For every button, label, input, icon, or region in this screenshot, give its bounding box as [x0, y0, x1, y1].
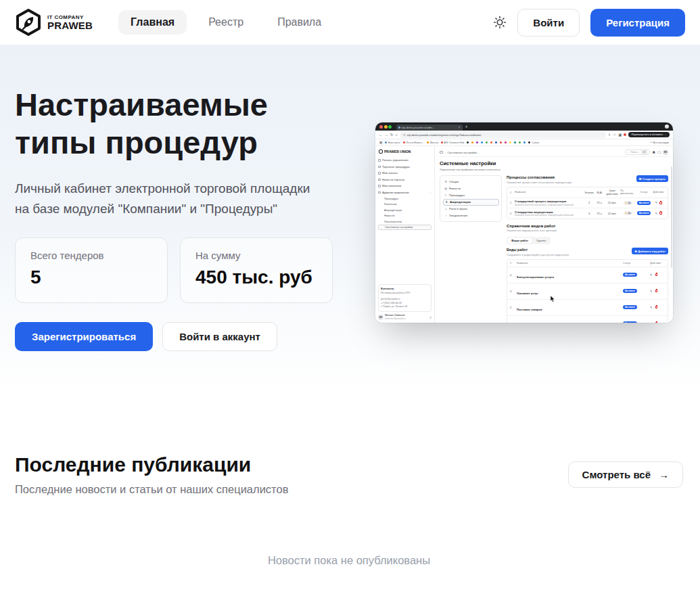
bookmark-item[interactable]: AIS Onewest Hub — [441, 141, 465, 144]
table-row[interactable]: 1 Стандартный процесс аккредитации Базов… — [507, 198, 668, 209]
settings-nav-accreditation[interactable]: ⇅Аккредитация — [443, 199, 499, 206]
add-work-type-button[interactable]: ⊕ Добавить вид работ — [632, 248, 668, 254]
login-button[interactable]: Войти — [517, 9, 580, 37]
admin-subnav-procedures[interactable]: Процедуры — [378, 196, 431, 202]
tab-work-types[interactable]: Виды работ — [507, 237, 532, 244]
delete-icon[interactable] — [659, 212, 662, 214]
extensions-icon[interactable]: ▣ — [618, 133, 622, 137]
favicon-only-bookmark[interactable] — [471, 141, 473, 143]
forward-icon[interactable]: → — [385, 133, 389, 137]
works-title: Справочник видов работ — [507, 224, 668, 228]
stat-card-sum: На сумму 450 тыс. руб — [180, 237, 333, 303]
delete-icon[interactable] — [655, 273, 658, 276]
all-bookmarks[interactable]: » Все закладки — [650, 141, 669, 144]
table-row[interactable]: 4 Консультационные услуги Активен ✎ — [507, 267, 668, 283]
admin-subnav-accreditations[interactable]: Аккредитации — [378, 207, 431, 213]
edit-icon[interactable]: ✎ — [655, 212, 657, 215]
create-process-button[interactable]: ⊞ Создать процесс — [636, 175, 668, 182]
settings-nav-roles[interactable]: ◇Роли и права — [443, 206, 499, 212]
hero-login-button[interactable]: Войти в аккаунт — [162, 322, 277, 351]
bookmark-star-icon[interactable]: ☆ — [613, 133, 616, 137]
home-icon[interactable]: ⌂ — [396, 133, 398, 137]
apps-grid-icon[interactable]: ▦ — [379, 141, 382, 144]
favicon-only-bookmark[interactable] — [505, 141, 507, 143]
settings-nav-notifications[interactable]: ♪Уведомления — [443, 212, 499, 219]
settings-nav-news[interactable]: ▤Новости — [443, 185, 499, 192]
delete-icon[interactable] — [655, 306, 658, 309]
favicon-only-bookmark[interactable] — [495, 141, 497, 143]
admin-nav-dashboard[interactable]: Панель управления — [378, 157, 431, 164]
browser-update-pill[interactable]: Перезапустить и обновить ⋮ — [628, 132, 670, 137]
bell-icon[interactable]: 🔔︎ — [652, 150, 655, 154]
table-row[interactable]: 2 Стандартная аккредитация Базовый трехэ… — [507, 208, 668, 219]
browser-tab[interactable]: etp-demo.praweb.ru/admi... × — [396, 124, 463, 131]
settings-nav-general[interactable]: ⚙Общие — [443, 179, 499, 185]
table-row[interactable]: 2 Поставка товаров Активен ✎ — [507, 300, 668, 316]
favicon-only-bookmark[interactable] — [523, 141, 526, 143]
favicon-only-bookmark[interactable] — [519, 141, 521, 143]
settings-nav-procedures[interactable]: ✎Процедуры — [443, 192, 499, 199]
theme-toggle-button[interactable] — [493, 16, 507, 29]
admin-user-menu[interactable]: МХ Михаил Химичев, himichev@praweb.ru ⇵ — [378, 314, 431, 321]
new-tab-button[interactable]: + — [465, 124, 468, 129]
works-table: # Название Статус Действия 4 Консультаци… — [507, 259, 668, 323]
admin-nav-administration[interactable]: Администрирование⌄ — [378, 189, 431, 196]
browser-profile-avatar[interactable]: – — [665, 124, 669, 129]
admin-nav-orders[interactable]: Мои заказы — [378, 170, 431, 177]
tab-groups[interactable]: Группы — [532, 237, 550, 244]
logo-line2: PRAWEB — [47, 20, 93, 30]
traffic-light-close[interactable] — [379, 125, 383, 129]
favicon-only-bookmark[interactable] — [486, 141, 488, 143]
traffic-light-minimize[interactable] — [384, 125, 388, 129]
hero-register-button[interactable]: Зарегистрироваться — [15, 322, 153, 351]
back-icon[interactable]: ← — [379, 133, 383, 137]
admin-nav-procedures[interactable]: Торговые процедуры — [378, 164, 431, 170]
address-bar[interactable]: ⓘ etp-demo.praweb.ru/admin/system-settin… — [400, 132, 606, 138]
update-alert-icon[interactable] — [624, 133, 626, 136]
tab-close-icon[interactable]: × — [459, 126, 461, 129]
product-screenshot-browser-window: etp-demo.praweb.ru/admi... × + – ← → ↻ ⌂… — [375, 122, 673, 323]
admin-scrollbar[interactable] — [671, 166, 672, 268]
table-row[interactable]: 1 Строительные работы Активен ✎ — [507, 316, 668, 323]
admin-subnav-system-settings[interactable]: Системные настройки — [378, 225, 431, 231]
bookmark-item[interactable]: Canon — [528, 141, 539, 144]
delete-icon[interactable] — [655, 322, 658, 323]
bookmark-item[interactable]: Вконтакте — [385, 141, 400, 144]
edit-icon[interactable]: ✎ — [650, 306, 653, 309]
edit-icon[interactable]: ✎ — [655, 201, 657, 204]
admin-subnav-news[interactable]: Новости — [378, 213, 431, 219]
edit-icon[interactable]: ✎ — [650, 290, 653, 293]
nav-item-rules[interactable]: Правила — [265, 10, 333, 35]
bookmark-item[interactable]: Мысли — [427, 141, 438, 144]
favicon-only-bookmark[interactable] — [500, 141, 502, 143]
delete-icon[interactable] — [655, 290, 658, 292]
traffic-light-zoom[interactable] — [388, 125, 392, 129]
favicon-only-bookmark[interactable] — [514, 141, 516, 143]
admin-subnav-companies[interactable]: Компании — [378, 202, 431, 208]
bookmark-item[interactable]: Лента-Новост... — [403, 141, 425, 144]
edit-icon[interactable]: ✎ — [650, 273, 653, 277]
favicon-only-bookmark[interactable] — [476, 141, 478, 143]
display-theme-icon[interactable]: 🖵 — [657, 150, 661, 155]
topbar-avatar[interactable]: МХ — [663, 150, 668, 155]
nav-item-registry[interactable]: Реестр — [196, 10, 256, 35]
favicon-only-bookmark[interactable] — [481, 141, 483, 143]
register-button[interactable]: Регистрация — [590, 9, 685, 37]
favicon-only-bookmark[interactable] — [509, 141, 511, 143]
view-all-button[interactable]: Смотреть всё → — [568, 461, 683, 488]
favicon-only-bookmark[interactable] — [490, 141, 492, 143]
admin-subnav-users[interactable]: Пользователи — [378, 219, 431, 225]
favicon-only-bookmark[interactable] — [467, 141, 469, 143]
status-badge: Активен — [623, 273, 637, 277]
share-icon[interactable]: ⇪ — [608, 133, 611, 137]
edit-icon[interactable]: ✎ — [650, 322, 653, 323]
site-logo[interactable]: IT COMPANY PRAWEB — [15, 9, 93, 36]
nav-item-home[interactable]: Главная — [118, 10, 187, 35]
delete-icon[interactable] — [659, 202, 662, 204]
sidebar-toggle-icon[interactable] — [440, 151, 443, 154]
table-row[interactable]: 3 Оказание услуг Активен ✎ — [507, 283, 668, 300]
admin-nav-news[interactable]: Новости портала — [378, 177, 431, 183]
admin-nav-companies[interactable]: Мои компании — [378, 183, 431, 189]
reload-icon[interactable]: ↻ — [390, 133, 394, 137]
admin-search-input[interactable]: ⌕ Поиск... ⌘K — [625, 150, 650, 156]
